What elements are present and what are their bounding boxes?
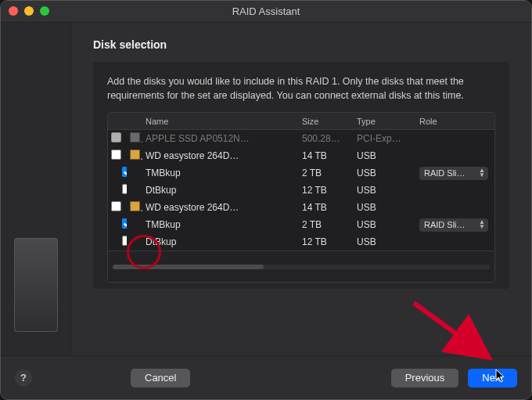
cancel-button[interactable]: Cancel [131, 369, 190, 387]
role-selector[interactable]: RAID Sli…▲▼ [419, 218, 488, 232]
disk-checkbox [111, 132, 121, 142]
disk-type: USB [354, 236, 416, 247]
disk-size: 14 TB [299, 150, 354, 161]
disk-size: 14 TB [299, 202, 354, 213]
previous-button[interactable]: Previous [391, 369, 459, 387]
table-row[interactable]: APPLE SSD AP0512N…500.28…PCI-Exp… [108, 130, 494, 147]
next-button[interactable]: Next [468, 369, 517, 387]
disk-name: DtBkup [142, 236, 299, 247]
disk-icon [130, 201, 140, 211]
table-row[interactable]: DtBkup12 TBUSB [108, 233, 494, 250]
disk-type: USB [354, 219, 416, 230]
footer: ? Cancel Previous Next [1, 355, 531, 399]
disk-table: Name Size Type Role APPLE SSD AP0512N…50… [107, 112, 495, 283]
table-body: APPLE SSD AP0512N…500.28…PCI-Exp…WD easy… [108, 130, 494, 250]
disk-size: 500.28… [299, 133, 354, 144]
description-text: Add the disks you would like to include … [107, 74, 495, 103]
scrollbar-thumb[interactable] [113, 265, 264, 269]
table-footer [108, 250, 494, 282]
disk-icon [130, 132, 140, 142]
minimize-icon[interactable] [24, 6, 34, 16]
table-row[interactable]: DtBkup12 TBUSB [108, 182, 494, 199]
sidebar [1, 23, 71, 355]
disk-checkbox[interactable] [122, 184, 127, 194]
zoom-icon[interactable] [40, 6, 49, 16]
stepper-icon: ▲▼ [479, 168, 485, 178]
disk-icon [130, 150, 140, 160]
disk-name: TMBkup [142, 219, 299, 230]
table-row[interactable]: WD easystore 264D…14 TBUSB [108, 199, 494, 216]
disk-type: USB [354, 202, 416, 213]
help-button[interactable]: ? [15, 369, 32, 387]
disk-checkbox[interactable] [122, 236, 127, 246]
disk-role[interactable]: RAID Sli…▲▼ [416, 167, 494, 180]
disk-name: DtBkup [142, 185, 299, 196]
disk-name: TMBkup [142, 168, 299, 178]
disk-checkbox[interactable] [111, 201, 121, 211]
col-header-type[interactable]: Type [354, 117, 416, 126]
horizontal-scrollbar[interactable] [113, 265, 490, 269]
raid-illustration [14, 238, 58, 332]
disk-size: 12 TB [299, 236, 354, 247]
disk-type: USB [354, 168, 416, 178]
table-header: Name Size Type Role [108, 113, 494, 130]
disk-size: 2 TB [299, 168, 354, 178]
traffic-lights [9, 6, 49, 16]
disk-size: 2 TB [299, 219, 354, 230]
table-row[interactable]: TMBkup2 TBUSBRAID Sli…▲▼ [108, 164, 494, 182]
disk-role[interactable]: RAID Sli…▲▼ [416, 218, 494, 232]
titlebar: RAID Assistant [1, 1, 531, 23]
content-area: Disk selection Add the disks you would l… [71, 23, 531, 355]
disk-type: PCI-Exp… [354, 133, 416, 144]
disk-size: 12 TB [299, 185, 354, 196]
close-icon[interactable] [9, 6, 18, 16]
raid-assistant-window: RAID Assistant Disk selection Add the di… [0, 0, 532, 400]
disk-checkbox[interactable] [111, 150, 121, 160]
role-selector[interactable]: RAID Sli…▲▼ [419, 167, 488, 180]
col-header-name[interactable]: Name [142, 117, 299, 126]
stepper-icon: ▲▼ [479, 220, 485, 229]
disk-name: WD easystore 264D… [142, 202, 299, 213]
section-title: Disk selection [93, 38, 509, 51]
table-row[interactable]: TMBkup2 TBUSBRAID Sli…▲▼ [108, 216, 494, 233]
disk-checkbox[interactable] [122, 167, 127, 177]
disk-type: USB [354, 150, 416, 161]
window-title: RAID Assistant [232, 5, 300, 17]
disk-type: USB [354, 185, 416, 196]
col-header-size[interactable]: Size [299, 117, 354, 126]
disk-checkbox[interactable] [122, 218, 127, 229]
disk-panel: Add the disks you would like to include … [93, 62, 509, 289]
col-header-role[interactable]: Role [416, 117, 494, 126]
table-row[interactable]: WD easystore 264D…14 TBUSB [108, 147, 494, 164]
disk-name: WD easystore 264D… [142, 150, 299, 161]
disk-name: APPLE SSD AP0512N… [142, 133, 299, 144]
